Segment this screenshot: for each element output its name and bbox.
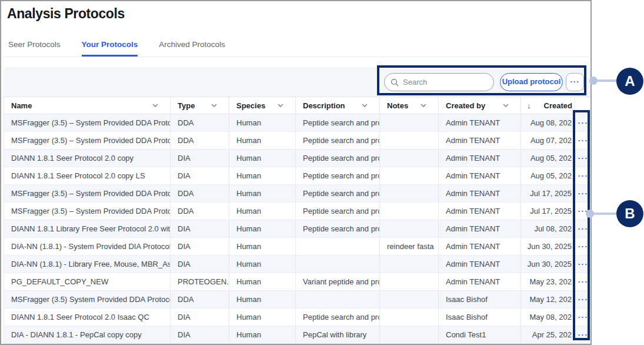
cell-species: Human (229, 326, 296, 343)
column-header-name[interactable]: Name (4, 97, 171, 114)
annotation-badge-a: A (616, 68, 643, 95)
cell-type: DIA (171, 308, 229, 326)
tab-your-protocols[interactable]: Your Protocols (82, 40, 138, 57)
cell-type: DIA (171, 150, 229, 167)
cell-created-by: Admin TENANT (439, 150, 521, 167)
column-header-created-by[interactable]: Created by (439, 97, 521, 114)
column-header-label: Created (544, 101, 572, 110)
table-row[interactable]: MSFragger (3.5) – System Provided DDA Pr… (4, 185, 590, 203)
cell-created: Aug 08, 202 (521, 114, 575, 131)
cell-created-by: Isaac Bishof (439, 291, 521, 308)
sort-descending-icon: ↓ (527, 101, 531, 110)
cell-species: Human (229, 167, 296, 184)
column-header-species[interactable]: Species (229, 97, 296, 114)
cell-notes: reindeer fasta (380, 238, 439, 255)
cell-description: Peptide search and prot... (296, 132, 380, 149)
cell-name: MSFragger (3.5) – System Provided DDA Pr… (4, 132, 171, 149)
cell-species: Human (229, 291, 296, 308)
cell-notes (380, 308, 439, 326)
cell-type: DDA (171, 203, 229, 220)
cell-name: DIANN 1.8.1 Seer Protocol 2.0 copy (4, 150, 171, 167)
tab-seer-protocols[interactable]: Seer Protocols (8, 40, 61, 57)
column-header-created[interactable]: ↓Created (521, 97, 575, 114)
cell-species: Human (229, 185, 296, 202)
cell-name: DIA-NN (1.8.1) - Library Free, Mouse, MB… (4, 256, 171, 273)
cell-created-by: Admin TENANT (439, 132, 521, 149)
cell-created: Jul 17, 2025 (521, 185, 575, 202)
cell-description (296, 256, 380, 273)
cell-notes (380, 256, 439, 273)
chevron-down-icon (211, 104, 221, 107)
cell-name: DIA-NN (1.8.1) - System Provided DIA Pro… (4, 238, 171, 255)
cell-name: PG_DEFAULT_COPY_NEW (4, 273, 171, 290)
cell-created: May 08, 202 (521, 308, 575, 326)
cell-species: Human (229, 150, 296, 167)
cell-description: Peptide search and prot... (296, 150, 380, 167)
cell-created: Aug 07, 202 (521, 132, 575, 149)
cell-type: DIA (171, 167, 229, 184)
cell-description: Peptide search and prot... (296, 185, 380, 202)
cell-name: MSFragger (3.5) – System Provided DDA Pr… (4, 203, 171, 220)
cell-created-by: Isaac Bishof (439, 308, 521, 326)
cell-description: Variant peptide and prot... (296, 273, 380, 290)
cell-notes (380, 114, 439, 131)
cell-created: May 12, 202 (521, 291, 575, 308)
cell-notes (380, 273, 439, 290)
table-row[interactable]: DIANN 1.8.1 Seer Protocol 2.0 copy LSDIA… (4, 167, 590, 185)
cell-description: PepCal with library (296, 326, 380, 343)
cell-name: DIANN 1.8.1 Seer Protocol 2.0 copy LS (4, 167, 171, 184)
table-row[interactable]: DIANN 1.8.1 Seer Protocol 2.0 Isaac QCDI… (4, 308, 590, 326)
table-row[interactable]: DIA-NN (1.8.1) - System Provided DIA Pro… (4, 238, 590, 256)
column-header-label: Description (303, 101, 345, 110)
table-row[interactable]: DIANN 1.8.1 Seer Protocol 2.0 copyDIAHum… (4, 150, 590, 167)
chevron-down-icon (421, 104, 430, 107)
table-row[interactable]: PG_DEFAULT_COPY_NEWPROTEOGEN...HumanVari… (4, 273, 590, 291)
cell-type: DIA (171, 326, 229, 343)
tab-archived-protocols[interactable]: Archived Protocols (159, 40, 225, 57)
cell-type: DDA (171, 185, 229, 202)
cell-description: Peptide search and prot... (296, 167, 380, 184)
table-row[interactable]: MSFragger (3.5) System Provided DDA Prot… (4, 291, 590, 308)
app-window: Analysis Protocols Seer Protocols Your P… (0, 0, 592, 345)
cell-name: DIA - DIANN 1.8.1 - PepCal copy copy (4, 326, 171, 343)
cell-notes (380, 291, 439, 308)
annotation-dot-a (589, 77, 598, 85)
cell-notes (380, 132, 439, 149)
table-row[interactable]: DIA - DIANN 1.8.1 - PepCal copy copyDIAH… (4, 326, 590, 344)
cell-name: MSFragger (3.5) – System Provided DDA Pr… (4, 114, 171, 131)
cell-notes (380, 150, 439, 167)
column-header-notes[interactable]: Notes (380, 97, 439, 114)
protocols-table: NameTypeSpeciesDescriptionNotesCreated b… (4, 97, 590, 344)
tab-bar: Seer Protocols Your Protocols Archived P… (2, 35, 589, 57)
cell-created-by: Admin TENANT (439, 238, 521, 255)
screenshot-stage: Analysis Protocols Seer Protocols Your P… (0, 0, 644, 345)
column-header-type[interactable]: Type (171, 97, 229, 114)
cell-type: DDA (171, 114, 229, 131)
annotation-highlight-box-b (573, 110, 590, 340)
column-header-label: Type (178, 101, 195, 110)
cell-type: DDA (171, 291, 229, 308)
cell-species: Human (229, 132, 296, 149)
cell-created: Jul 17, 2025 (521, 203, 575, 220)
cell-created: Aug 05, 202 (521, 167, 575, 184)
table-row[interactable]: DIA-NN (1.8.1) - Library Free, Mouse, MB… (4, 256, 590, 273)
cell-description: Peptide search and prot... (296, 203, 380, 220)
cell-description: Peptide search and prot... (296, 220, 380, 237)
chevron-down-icon (503, 104, 512, 107)
cell-created: Apr 25, 202 (521, 326, 575, 343)
cell-created: Jun 30, 2025 (521, 238, 575, 255)
cell-created-by: Condi Test1 (439, 326, 521, 343)
cell-description (296, 291, 380, 308)
table-row[interactable]: MSFragger (3.5) – System Provided DDA Pr… (4, 132, 590, 150)
table-header-row: NameTypeSpeciesDescriptionNotesCreated b… (4, 97, 590, 114)
cell-description (296, 238, 380, 255)
table-row[interactable]: MSFragger (3.5) – System Provided DDA Pr… (4, 114, 590, 132)
cell-species: Human (229, 273, 296, 290)
table-row[interactable]: MSFragger (3.5) – System Provided DDA Pr… (4, 203, 590, 220)
cell-name: MSFragger (3.5) System Provided DDA Prot… (4, 291, 171, 308)
cell-created: Jul 08, 202 (521, 220, 575, 237)
column-header-description[interactable]: Description (296, 97, 380, 114)
cell-created-by: Admin TENANT (439, 256, 521, 273)
table-row[interactable]: DIANN 1.8.1 Library Free Seer Protocol 2… (4, 220, 590, 238)
cell-notes (380, 167, 439, 184)
